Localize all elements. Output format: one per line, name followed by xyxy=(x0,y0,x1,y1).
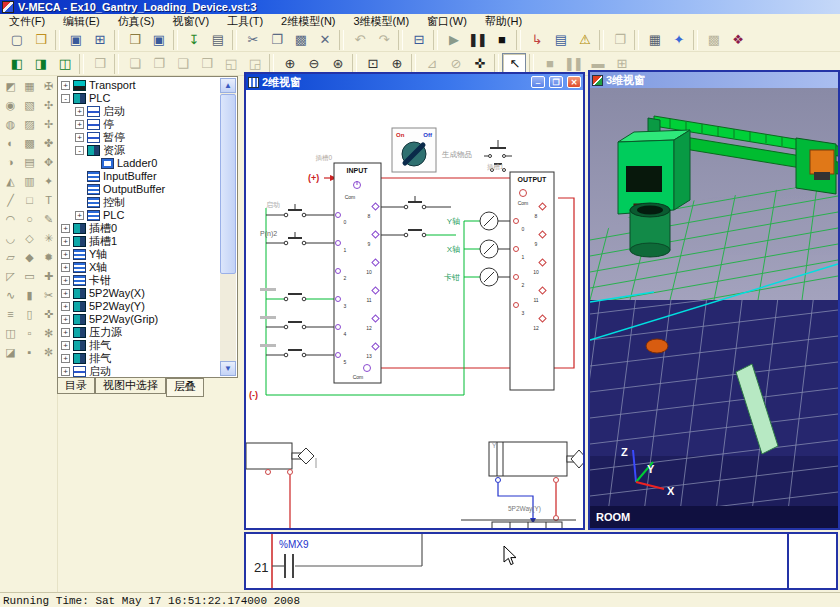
layout-right-button[interactable]: ◨ xyxy=(28,53,52,75)
tree-item[interactable]: Ladder0 xyxy=(59,157,220,170)
tree-expander[interactable]: + xyxy=(61,289,70,298)
tree-item[interactable]: + 启动 xyxy=(59,105,220,118)
palette-tool-button[interactable]: ▦ xyxy=(19,76,40,97)
scroll-down-button[interactable]: ▼ xyxy=(220,361,236,376)
palette-tool-button[interactable]: ✢ xyxy=(38,114,59,135)
tree-item[interactable]: - PLC xyxy=(59,92,220,105)
tree-item[interactable]: + 停 xyxy=(59,118,220,131)
tree-item[interactable]: + 排气 xyxy=(59,339,220,352)
palette-tool-button[interactable]: ✠ xyxy=(38,76,59,97)
palette-tool-button[interactable]: ◫ xyxy=(0,323,21,344)
tree-expander[interactable]: - xyxy=(61,94,70,103)
tree-expander[interactable]: + xyxy=(61,315,70,324)
title-bar[interactable]: V-MECA - Ex10_Gantry_Loading_Device.vst:… xyxy=(0,0,840,14)
tree-item[interactable]: + PLC xyxy=(59,209,220,222)
redo-button[interactable]: ↷ xyxy=(371,29,395,51)
palette-tool-button[interactable]: ✼ xyxy=(38,342,59,363)
delete-button[interactable]: ✕ xyxy=(312,29,336,51)
palette-tool-button[interactable]: ✜ xyxy=(38,304,59,325)
help-button[interactable]: ❖ xyxy=(725,29,749,51)
palette-tool-button[interactable]: ▱ xyxy=(0,247,21,268)
tree-expander[interactable]: + xyxy=(61,250,70,259)
tree-expander[interactable]: + xyxy=(75,120,84,129)
tree-item[interactable]: + 5P2Way(Y) xyxy=(59,300,220,313)
tree-item[interactable]: InputBuffer xyxy=(59,170,220,183)
selector-switch[interactable]: On Off xyxy=(392,128,436,172)
menu-item[interactable]: 3维模型(M) xyxy=(345,14,419,28)
palette-tool-button[interactable]: ◉ xyxy=(0,95,21,116)
cut-button[interactable]: ✂ xyxy=(240,29,264,51)
save-all-button[interactable]: ⊞ xyxy=(87,29,111,51)
undo-button[interactable]: ↶ xyxy=(347,29,371,51)
menu-item[interactable]: 工具(T) xyxy=(218,14,272,28)
palette-tool-button[interactable]: ◸ xyxy=(0,266,21,287)
palette-tool-button[interactable]: ◡ xyxy=(0,228,21,249)
tree-expander[interactable]: + xyxy=(61,354,70,363)
palette-tool-button[interactable]: ▮ xyxy=(19,285,40,306)
palette-tool-button[interactable]: ◭ xyxy=(0,171,21,192)
report-button[interactable]: ▤ xyxy=(548,29,572,51)
palette-tool-button[interactable]: ◆ xyxy=(19,247,40,268)
save-copy-button[interactable]: ▣ xyxy=(146,29,170,51)
tree-item[interactable]: + 5P2Way(Grip) xyxy=(59,313,220,326)
pause-button[interactable]: ❚❚ xyxy=(465,29,489,51)
palette-tool-button[interactable]: ◐ xyxy=(0,133,21,154)
menu-item[interactable]: 视窗(V) xyxy=(163,14,218,28)
open-button[interactable]: ❒ xyxy=(28,29,52,51)
tree-expander[interactable]: + xyxy=(61,302,70,311)
palette-tool-button[interactable]: ▨ xyxy=(19,114,40,135)
palette-tool-button[interactable]: ○ xyxy=(19,209,40,230)
connect-button[interactable]: ↳ xyxy=(524,29,548,51)
view-top-button[interactable]: ❑ xyxy=(170,53,194,75)
palette-tool-button[interactable]: ▫ xyxy=(19,323,40,344)
tree-item[interactable]: 控制 xyxy=(59,196,220,209)
error-list-button[interactable]: ⚠ xyxy=(572,29,596,51)
tree-item[interactable]: + 启动 xyxy=(59,365,220,377)
palette-tool-button[interactable]: ╱ xyxy=(0,190,21,211)
palette-tool-button[interactable]: ◑ xyxy=(0,152,21,173)
palette-tool-button[interactable]: ◍ xyxy=(0,114,21,135)
tab-select-in-view[interactable]: 视图中选择 xyxy=(95,378,166,394)
menu-item[interactable]: 帮助(H) xyxy=(476,14,531,28)
new-button[interactable]: ▢ xyxy=(4,29,28,51)
palette-tool-button[interactable]: ≡ xyxy=(0,304,21,325)
tree-item[interactable]: OutputBuffer xyxy=(59,183,220,196)
palette-tool-button[interactable]: ▧ xyxy=(19,95,40,116)
palette-tool-button[interactable]: □ xyxy=(19,190,40,211)
scroll-up-button[interactable]: ▲ xyxy=(220,78,236,93)
minimize-button[interactable]: ‒ xyxy=(531,76,545,88)
menu-item[interactable]: 2维模型(N) xyxy=(272,14,344,28)
palette-tool-button[interactable]: ✣ xyxy=(38,95,59,116)
tab-cascade[interactable]: 层叠 xyxy=(166,378,204,397)
restore-button[interactable]: ❐ xyxy=(549,76,563,88)
view-side-button[interactable]: ❒ xyxy=(194,53,218,75)
tree-expander[interactable]: + xyxy=(75,133,84,142)
layout-left-button[interactable]: ◧ xyxy=(4,53,28,75)
menu-item[interactable]: 编辑(E) xyxy=(54,14,109,28)
palette-tool-button[interactable]: ✚ xyxy=(38,266,59,287)
table-button[interactable]: ❐ xyxy=(607,29,631,51)
palette-tool-button[interactable]: ▥ xyxy=(19,171,40,192)
paste-button[interactable]: ▩ xyxy=(288,29,312,51)
stop-button[interactable]: ■ xyxy=(489,29,513,51)
view3d-canvas[interactable]: Z Y X ROOM xyxy=(590,88,838,528)
tree-expander[interactable]: + xyxy=(61,328,70,337)
palette-tool-button[interactable]: T xyxy=(38,190,59,211)
tree-expander[interactable]: + xyxy=(61,81,70,90)
tree-item[interactable]: + 压力源 xyxy=(59,326,220,339)
palette-tool-button[interactable]: ▩ xyxy=(19,133,40,154)
view-iso-button[interactable]: ❏ xyxy=(122,53,146,75)
palette-tool-button[interactable]: ◩ xyxy=(0,76,21,97)
run-button[interactable]: ▶ xyxy=(441,29,465,51)
tree-expander[interactable]: + xyxy=(75,107,84,116)
palette-tool-button[interactable]: ▭ xyxy=(19,266,40,287)
palette-tool-button[interactable]: ✎ xyxy=(38,209,59,230)
tree-expander[interactable]: + xyxy=(61,263,70,272)
menu-item[interactable]: 文件(F) xyxy=(0,14,54,28)
tree-expander[interactable]: + xyxy=(61,237,70,246)
tree-expander[interactable]: + xyxy=(61,341,70,350)
import-button[interactable]: ❒ xyxy=(122,29,146,51)
stamp-button[interactable]: ▩ xyxy=(701,29,725,51)
tab-catalog[interactable]: 目录 xyxy=(57,378,95,394)
layout-split-button[interactable]: ◫ xyxy=(52,53,76,75)
